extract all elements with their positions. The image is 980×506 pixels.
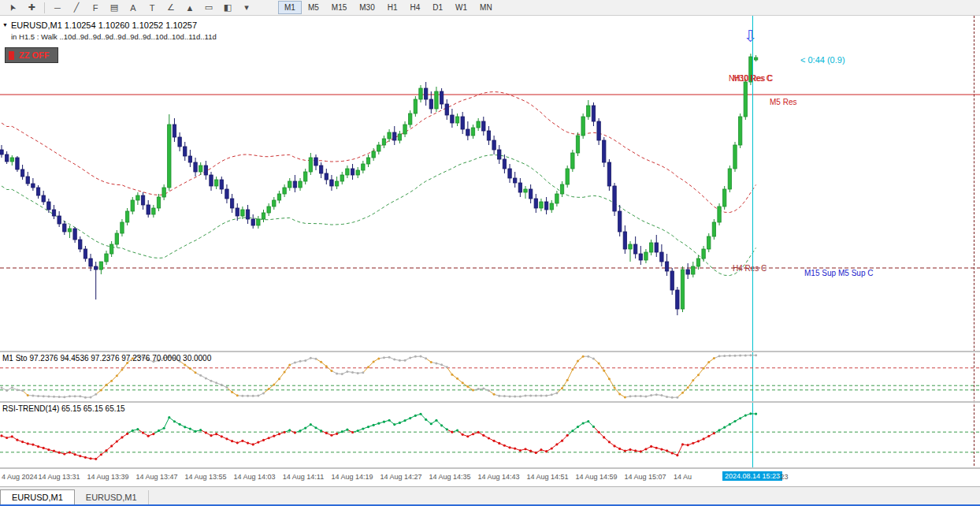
candle-body bbox=[744, 82, 747, 117]
timeframe-button-m15[interactable]: M15 bbox=[325, 1, 353, 14]
candle-body bbox=[414, 99, 417, 113]
candle-body bbox=[529, 189, 532, 199]
candle-body bbox=[518, 183, 522, 192]
candle-body bbox=[487, 131, 490, 140]
h4-res-label: H4 Res C bbox=[733, 264, 767, 273]
tool-horizontal-line-icon[interactable]: ─ bbox=[48, 1, 67, 14]
tool-angle-icon[interactable]: ∠ bbox=[161, 1, 180, 14]
candle-body bbox=[534, 199, 537, 208]
tool-text-icon[interactable]: A bbox=[124, 1, 143, 14]
timeframe-button-h4[interactable]: H4 bbox=[404, 1, 427, 14]
candle-body bbox=[424, 88, 427, 99]
time-axis-label: 14 Aug 15:07 bbox=[624, 473, 666, 481]
candle-body bbox=[738, 117, 741, 145]
trendline-glyph: ╱ bbox=[74, 2, 80, 13]
candle-body bbox=[623, 232, 626, 249]
symbol-dropdown-icon[interactable]: ▼ bbox=[2, 22, 8, 28]
timeframe-button-w1[interactable]: W1 bbox=[449, 1, 473, 14]
angle-glyph: ∠ bbox=[167, 2, 175, 13]
candle-body bbox=[115, 233, 118, 244]
candle-body bbox=[660, 252, 663, 262]
tool-shapes-icon[interactable]: ▲ bbox=[180, 1, 199, 14]
candle-body bbox=[42, 195, 45, 202]
time-axis-label: 14 Aug 13:47 bbox=[135, 473, 177, 481]
fibonacci-glyph: F bbox=[93, 3, 98, 13]
candle-body bbox=[455, 117, 458, 123]
candle-body bbox=[95, 266, 98, 270]
candle-body bbox=[58, 216, 61, 224]
candle-body bbox=[283, 188, 286, 194]
candle-body bbox=[603, 140, 606, 162]
rsi-trend-label: RSI-TREND(14) 65.15 65.15 65.15 bbox=[2, 404, 125, 413]
m5-sup-label: M5 Sup C bbox=[838, 269, 873, 277]
timeframe-button-m1[interactable]: M1 bbox=[278, 1, 302, 14]
candle-body bbox=[136, 195, 139, 200]
rsi-trend-series bbox=[0, 412, 757, 460]
zz-toggle-button[interactable]: ZZ OFF bbox=[5, 47, 58, 63]
indicator-info-line: in H1.5 : Walk ..10d..9d..9d..9d..9d..9d… bbox=[11, 32, 217, 41]
candle-body bbox=[440, 91, 443, 104]
tool-rectangle-icon[interactable]: ▭ bbox=[199, 1, 218, 14]
candle-body bbox=[597, 121, 600, 140]
time-axis-label: 14 Aug 14:19 bbox=[331, 473, 373, 481]
timeframe-button-h1[interactable]: H1 bbox=[381, 1, 404, 14]
candle-body bbox=[618, 211, 622, 232]
candle-body bbox=[314, 158, 317, 166]
candle-body bbox=[382, 139, 385, 145]
candle-body bbox=[393, 132, 396, 140]
timeframe-button-mn[interactable]: MN bbox=[473, 1, 499, 14]
candle-body bbox=[503, 159, 506, 169]
candle-body bbox=[131, 200, 134, 211]
main-chart-canvas[interactable] bbox=[0, 16, 980, 351]
horizontal-lines-layer bbox=[0, 95, 980, 268]
rsi-pane-canvas[interactable] bbox=[0, 403, 980, 467]
candle-body bbox=[330, 180, 333, 186]
candle-body bbox=[236, 208, 239, 216]
tool-fibonacci-icon[interactable]: F bbox=[86, 1, 105, 14]
tool-grid-icon[interactable]: ▤ bbox=[105, 1, 124, 14]
candle-body bbox=[47, 202, 50, 210]
text-glyph: A bbox=[130, 3, 135, 13]
time-axis-label: 14 Aug 14:27 bbox=[380, 473, 421, 481]
tool-styles-icon[interactable]: ◧ bbox=[218, 1, 237, 14]
candle-body bbox=[178, 137, 181, 147]
candle-body bbox=[445, 104, 448, 115]
chart-tab-1[interactable]: EURUSD,M1 bbox=[75, 490, 149, 505]
tool-arrows-dropdown-icon[interactable]: ▾ bbox=[237, 1, 256, 14]
candle-body bbox=[356, 170, 359, 175]
candle-body bbox=[576, 136, 579, 153]
candle-body bbox=[419, 88, 422, 99]
time-axis[interactable]: 2024.08.14 15:23 :23 4 Aug 202414 Aug 13… bbox=[0, 469, 980, 486]
time-axis-label: 14 Aug 14:43 bbox=[477, 473, 519, 481]
candle-body bbox=[32, 184, 35, 188]
candle-body bbox=[639, 254, 642, 260]
horizontal-line-glyph: ─ bbox=[54, 3, 61, 13]
tool-crosshair-icon[interactable]: ✚ bbox=[22, 1, 41, 14]
candle-body bbox=[241, 210, 244, 216]
candle-body bbox=[157, 197, 160, 208]
timeframe-button-m30[interactable]: M30 bbox=[353, 1, 380, 14]
candle-body bbox=[498, 150, 501, 159]
time-axis-label: 14 Aug 14:59 bbox=[575, 473, 617, 481]
candle-body bbox=[257, 219, 260, 225]
candle-body bbox=[220, 180, 223, 189]
candle-body bbox=[754, 58, 757, 60]
envelope-bands-layer bbox=[2, 92, 756, 276]
candle-body bbox=[712, 222, 715, 236]
time-axis-label: 14 Aug 13:39 bbox=[87, 473, 128, 481]
candle-body bbox=[162, 188, 165, 197]
candle-body bbox=[451, 115, 454, 123]
candle-body bbox=[152, 208, 155, 214]
timeframe-button-m5[interactable]: M5 bbox=[302, 1, 325, 14]
candle-body bbox=[366, 158, 369, 164]
candle-body bbox=[105, 254, 108, 262]
chart-tab-0[interactable]: EURUSD,M1 bbox=[0, 489, 75, 505]
candle-body bbox=[633, 244, 637, 254]
timeframe-button-d1[interactable]: D1 bbox=[426, 1, 449, 14]
tool-trendline-icon[interactable]: ╱ bbox=[67, 1, 86, 14]
candle-body bbox=[73, 229, 76, 240]
candle-body bbox=[173, 125, 176, 137]
tool-cursor-icon[interactable]: ➤ bbox=[3, 1, 22, 14]
tool-label-icon[interactable]: T bbox=[143, 1, 161, 14]
candle-body bbox=[63, 224, 66, 232]
